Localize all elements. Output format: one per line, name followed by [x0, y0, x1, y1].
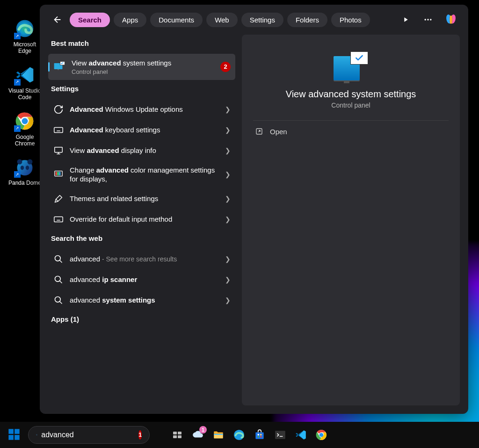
taskbar-edge[interactable]	[232, 428, 246, 442]
chevron-right-icon: ❯	[225, 296, 231, 304]
result-web-advanced[interactable]: advanced - See more search results ❯	[48, 249, 235, 269]
svg-rect-31	[173, 432, 177, 434]
open-action[interactable]: Open	[253, 121, 449, 142]
back-button[interactable]	[49, 11, 66, 28]
svg-rect-28	[8, 435, 13, 440]
svg-rect-34	[178, 435, 181, 438]
desktop-icon-chrome[interactable]: Google Chrome	[6, 110, 44, 147]
notification-badge: 1	[199, 426, 207, 434]
svg-rect-18	[56, 172, 58, 175]
annotation-badge-1: 1	[138, 430, 142, 440]
svg-rect-21	[54, 217, 63, 222]
chrome-icon	[14, 110, 36, 132]
svg-rect-35	[214, 434, 223, 435]
desktop-icons: Microsoft Edge Visual Studio Code Google…	[6, 18, 44, 196]
annotation-badge-2: 2	[220, 62, 231, 72]
taskbar-vscode[interactable]	[294, 428, 308, 442]
tab-web[interactable]: Web	[206, 13, 238, 27]
taskbar-search[interactable]: 1	[28, 426, 150, 444]
result-title: Advanced keyboard settings	[70, 125, 219, 135]
display-icon	[53, 145, 64, 156]
result-title: advanced - See more search results	[70, 254, 219, 264]
brush-icon	[53, 193, 64, 204]
desktop-icon-panda[interactable]: Panda Dome	[6, 156, 44, 186]
tab-photos[interactable]: Photos	[331, 13, 370, 27]
preview-subtitle: Control panel	[331, 101, 370, 109]
taskbar-explorer[interactable]	[211, 428, 225, 442]
edge-icon	[14, 18, 36, 39]
sync-icon	[53, 104, 64, 115]
result-title: Themes and related settings	[70, 194, 219, 203]
result-display-info[interactable]: View advanced display info ❯	[48, 140, 235, 161]
taskbar-search-input[interactable]	[41, 431, 135, 439]
svg-rect-27	[15, 429, 19, 434]
svg-rect-16	[55, 147, 63, 152]
search-filter-tabs: Search Apps Documents Web Settings Folde…	[70, 13, 395, 27]
chevron-right-icon: ❯	[225, 255, 231, 263]
svg-point-11	[430, 19, 431, 20]
result-title: advanced system settings	[70, 296, 219, 305]
svg-point-7	[21, 166, 24, 170]
svg-rect-29	[15, 435, 19, 440]
svg-point-23	[55, 276, 61, 282]
desktop-icon-vscode[interactable]: Visual Studio Code	[6, 64, 44, 101]
more-button[interactable]	[421, 13, 435, 26]
chevron-right-icon: ❯	[225, 106, 231, 113]
tab-search[interactable]: Search	[70, 13, 110, 27]
tab-apps[interactable]: Apps	[114, 13, 146, 27]
svg-point-24	[55, 296, 61, 302]
result-windows-update[interactable]: Advanced Windows Update options ❯	[48, 99, 235, 120]
chevron-right-icon: ❯	[225, 276, 231, 283]
svg-rect-32	[178, 432, 181, 434]
svg-point-44	[319, 433, 324, 437]
svg-rect-15	[54, 127, 63, 132]
tab-folders[interactable]: Folders	[287, 13, 327, 27]
svg-point-22	[55, 255, 61, 261]
result-subtitle: Control panel	[72, 68, 215, 75]
keyboard-icon	[53, 124, 64, 136]
svg-rect-13	[58, 69, 59, 70]
result-themes[interactable]: Themes and related settings ❯	[48, 188, 235, 209]
tab-documents[interactable]: Documents	[150, 13, 203, 27]
chevron-right-icon: ❯	[225, 195, 231, 202]
result-title: Change advanced color management setting…	[70, 166, 219, 184]
result-title: Override for default input method	[70, 215, 219, 224]
start-button[interactable]	[7, 428, 22, 442]
svg-rect-20	[59, 172, 61, 175]
tab-settings[interactable]: Settings	[241, 13, 283, 27]
section-apps: Apps (1)	[48, 311, 235, 330]
svg-point-9	[425, 19, 426, 20]
svg-rect-40	[258, 436, 259, 437]
svg-rect-41	[260, 436, 261, 437]
search-icon	[53, 274, 64, 285]
search-icon	[36, 431, 37, 439]
svg-point-6	[28, 159, 33, 165]
search-icon	[53, 253, 64, 265]
svg-rect-19	[57, 172, 59, 175]
taskbar-terminal[interactable]	[273, 428, 287, 442]
taskbar-store[interactable]	[253, 428, 267, 442]
result-web-system-settings[interactable]: advanced system settings ❯	[48, 290, 235, 311]
svg-point-30	[36, 434, 37, 435]
result-input-method[interactable]: Override for default input method ❯	[48, 209, 235, 230]
media-play-button[interactable]	[399, 13, 412, 26]
result-web-ip-scanner[interactable]: advanced ip scanner ❯	[48, 269, 235, 290]
taskbar-weather[interactable]: 1	[191, 428, 205, 442]
result-best-match[interactable]: View advanced system settings Control pa…	[48, 54, 235, 80]
vscode-icon	[14, 64, 36, 86]
section-settings: Settings	[48, 80, 235, 99]
result-color-management[interactable]: Change advanced color management setting…	[48, 161, 235, 188]
taskbar-chrome[interactable]	[314, 428, 328, 442]
chevron-right-icon: ❯	[225, 147, 231, 154]
desktop-icon-edge[interactable]: Microsoft Edge	[6, 18, 44, 55]
taskbar-task-view[interactable]	[170, 428, 184, 442]
preview-app-icon	[334, 51, 368, 80]
result-keyboard-settings[interactable]: Advanced keyboard settings ❯	[48, 120, 235, 140]
taskbar: 1 1	[0, 422, 479, 448]
color-display-icon	[53, 169, 64, 180]
search-icon	[53, 295, 64, 306]
preview-title: View advanced system settings	[286, 89, 416, 100]
copilot-icon[interactable]	[444, 12, 459, 27]
system-settings-icon	[53, 60, 66, 73]
svg-rect-38	[258, 434, 259, 435]
